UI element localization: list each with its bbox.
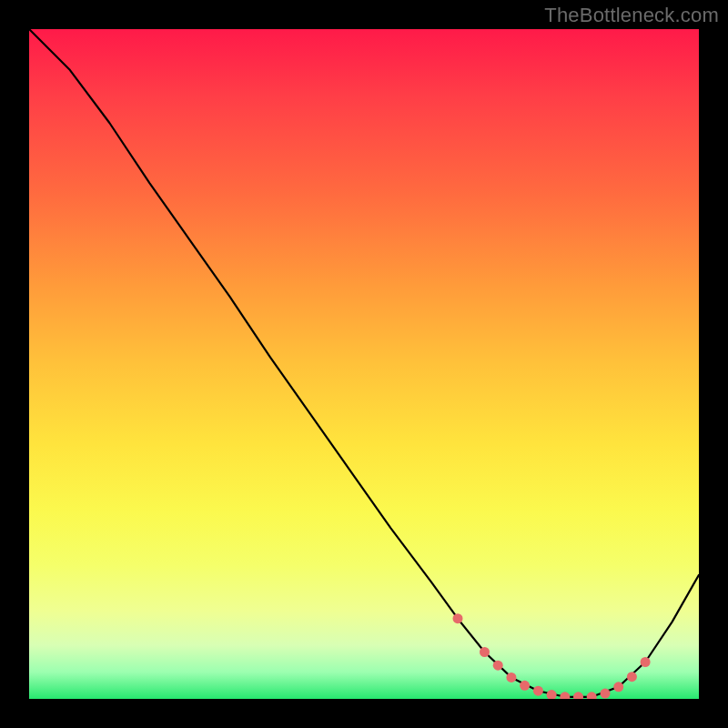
- marker-dot: [547, 690, 557, 699]
- marker-group: [453, 613, 651, 699]
- watermark-text: TheBottleneck.com: [544, 4, 719, 27]
- curve-line: [29, 29, 699, 697]
- marker-dot: [480, 647, 490, 657]
- marker-dot: [493, 661, 503, 671]
- chart-frame: TheBottleneck.com: [0, 0, 728, 728]
- marker-dot: [533, 686, 543, 696]
- marker-dot: [573, 692, 583, 699]
- marker-dot: [587, 692, 597, 699]
- chart-svg: [29, 29, 699, 699]
- plot-area: [29, 29, 699, 699]
- marker-dot: [520, 681, 530, 691]
- marker-dot: [613, 682, 623, 692]
- marker-dot: [560, 692, 570, 699]
- marker-dot: [627, 672, 637, 682]
- marker-dot: [453, 613, 463, 623]
- marker-dot: [506, 672, 516, 682]
- marker-dot: [601, 689, 611, 699]
- marker-dot: [641, 657, 651, 667]
